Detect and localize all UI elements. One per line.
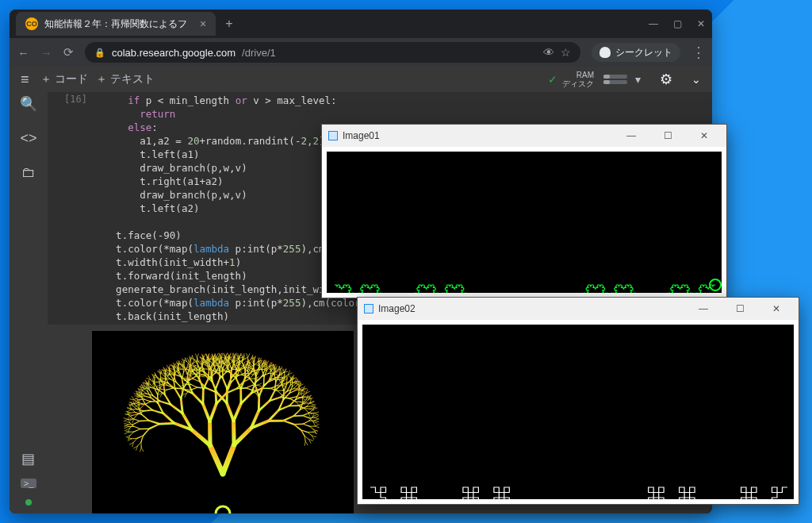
search-icon[interactable]: 🔍: [20, 95, 37, 113]
svg-line-1: [210, 445, 223, 474]
svg-line-195: [175, 389, 181, 398]
image2-canvas: [362, 325, 794, 499]
svg-line-503: [258, 383, 262, 385]
close-icon[interactable]: ✕: [688, 130, 720, 141]
terminal-icon[interactable]: >_: [21, 479, 37, 488]
svg-line-1003: [315, 425, 319, 426]
code-label: コード: [55, 72, 88, 87]
reload-icon[interactable]: ⟳: [63, 45, 74, 60]
svg-line-385: [210, 404, 216, 421]
svg-line-961: [283, 416, 293, 421]
maximize-icon[interactable]: ☐: [724, 303, 756, 314]
command-palette-icon[interactable]: ▤: [21, 450, 35, 467]
add-text-button[interactable]: ＋ テキスト: [96, 72, 155, 87]
minimize-icon[interactable]: —: [615, 130, 647, 141]
svg-line-875: [293, 385, 297, 389]
runtime-status[interactable]: ✓ RAM ディスク ▾: [548, 71, 641, 88]
svg-line-141: [144, 399, 151, 402]
svg-line-1021: [305, 441, 308, 445]
ram-bar: [603, 75, 627, 79]
gear-icon[interactable]: ⚙: [660, 71, 672, 88]
url-path: /drive/1: [242, 47, 276, 59]
minimize-icon[interactable]: —: [688, 303, 719, 314]
close-tab-icon[interactable]: ×: [200, 17, 206, 30]
svg-line-256: [200, 376, 204, 377]
svg-line-36: [148, 421, 159, 424]
new-tab-button[interactable]: +: [225, 17, 232, 31]
svg-line-29: [134, 426, 140, 429]
svg-line-641: [234, 403, 241, 421]
svg-line-787: [255, 376, 256, 385]
svg-line-38: [133, 421, 140, 424]
files-icon[interactable]: 🗀: [21, 164, 36, 181]
svg-line-512: [223, 445, 234, 474]
svg-line-346: [197, 354, 199, 358]
svg-line-79: [128, 410, 132, 412]
forward-icon[interactable]: →: [40, 46, 52, 60]
minimize-icon[interactable]: —: [649, 18, 658, 29]
maximize-icon[interactable]: ▢: [672, 18, 682, 29]
svg-line-2: [192, 430, 210, 446]
svg-line-1022: [304, 441, 305, 445]
svg-line-15: [133, 438, 136, 442]
svg-line-317: [187, 358, 189, 362]
svg-line-134: [144, 402, 151, 404]
cell-execution-count: [16]: [48, 92, 92, 325]
svg-line-994: [303, 421, 309, 424]
svg-line-705: [241, 393, 251, 403]
svg-line-987: [315, 416, 319, 417]
svg-line-646: [218, 370, 224, 371]
window-controls: — ▢ ✕: [649, 18, 706, 29]
incognito-icon: [599, 47, 611, 58]
image2-titlebar[interactable]: Image02 — ☐ ✕: [358, 298, 799, 320]
svg-line-976: [312, 406, 316, 408]
svg-line-514: [227, 403, 233, 421]
omnibox[interactable]: 🔒 colab.research.google.com/drive/1 👁 ☆: [85, 42, 580, 63]
svg-line-978: [303, 413, 309, 415]
code-snippets-icon[interactable]: <>: [20, 130, 36, 147]
plus-icon: ＋: [40, 72, 52, 87]
browser-tab[interactable]: CO 知能情報２年：再帰関数によるフ ×: [16, 12, 216, 36]
ram-label: RAM: [576, 71, 594, 79]
svg-line-498: [246, 386, 252, 388]
svg-line-525: [191, 384, 197, 387]
address-bar: ← → ⟳ 🔒 colab.research.google.com/drive/…: [10, 38, 712, 67]
svg-line-762: [278, 390, 283, 391]
svg-line-550: [193, 374, 199, 375]
svg-line-686: [248, 354, 250, 358]
collapse-icon[interactable]: ⌄: [691, 73, 701, 86]
svg-line-993: [294, 424, 303, 425]
svg-line-768: [234, 428, 251, 444]
svg-line-974: [306, 406, 312, 407]
add-code-button[interactable]: ＋ コード: [40, 72, 88, 87]
svg-line-9: [141, 448, 144, 452]
svg-line-907: [284, 384, 287, 390]
incognito-label: シークレット: [615, 46, 672, 60]
bookmark-icon[interactable]: ☆: [561, 46, 571, 59]
svg-line-176: [154, 378, 155, 383]
tracking-icon[interactable]: 👁: [543, 46, 554, 59]
close-icon[interactable]: ✕: [760, 303, 792, 314]
svg-line-957: [304, 409, 308, 413]
svg-line-505: [246, 388, 252, 390]
text-label: テキスト: [110, 72, 155, 87]
chevron-down-icon[interactable]: ▾: [635, 73, 641, 86]
image1-titlebar[interactable]: Image01 — ☐ ✕: [322, 125, 726, 147]
svg-line-69: [144, 410, 152, 411]
menu-icon[interactable]: ⋮: [691, 44, 704, 61]
image1-title: Image01: [343, 130, 380, 141]
svg-line-897: [269, 410, 279, 421]
incognito-badge[interactable]: シークレット: [592, 43, 680, 62]
svg-line-905: [282, 375, 283, 379]
maximize-icon[interactable]: ☐: [652, 130, 684, 141]
svg-line-818: [264, 379, 270, 385]
svg-line-45: [133, 419, 140, 421]
toc-toggle-icon[interactable]: ≡: [21, 71, 29, 88]
resource-bars: [603, 75, 627, 84]
close-icon[interactable]: ✕: [696, 18, 706, 29]
svg-line-513: [234, 421, 235, 444]
back-icon[interactable]: ←: [17, 46, 29, 60]
koch-curve-icon: [327, 152, 723, 293]
plus-icon: ＋: [96, 72, 107, 87]
svg-line-144: [135, 398, 139, 399]
